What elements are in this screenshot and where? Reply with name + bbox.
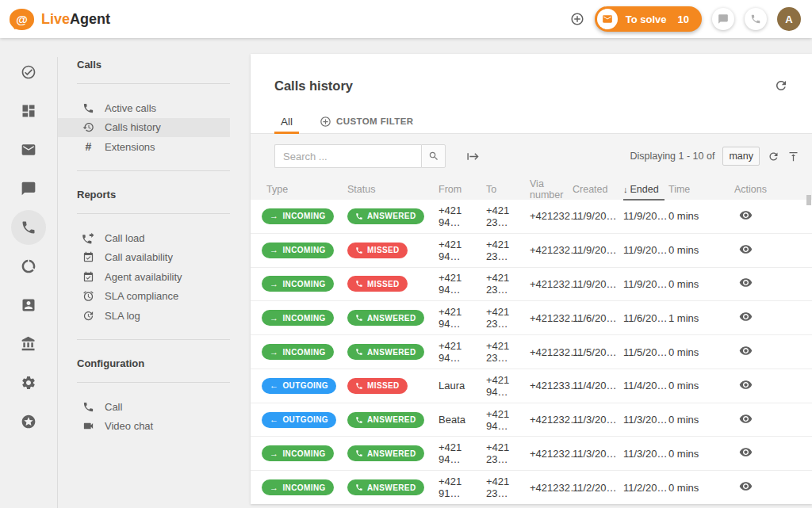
- tab-bar: All CUSTOM FILTER: [251, 109, 812, 134]
- to-solve-button[interactable]: To solve 10: [595, 6, 702, 32]
- rail-item-check-circle[interactable]: [11, 55, 46, 90]
- arrow-right-icon: →: [270, 449, 278, 458]
- view-call-button[interactable]: [739, 208, 753, 222]
- nav-item-video-chat[interactable]: Video chat: [77, 416, 230, 436]
- logo-bubble-icon: @: [10, 9, 34, 30]
- view-call-button[interactable]: [739, 412, 753, 426]
- status-badge-answered: ANSWERED: [347, 479, 424, 495]
- view-call-button[interactable]: [739, 276, 753, 289]
- refresh-icon: [768, 151, 779, 162]
- table-row[interactable]: ←OUTGOINGMISSEDLaura+421 94…+421233…11/4…: [251, 369, 812, 403]
- view-call-button[interactable]: [739, 479, 753, 493]
- rail-item-mail[interactable]: [11, 132, 46, 167]
- nav-item-sla-log[interactable]: SLA log: [77, 306, 230, 326]
- refresh-list-button[interactable]: [768, 151, 779, 162]
- eye-icon: [739, 243, 753, 256]
- phone-icon: [355, 314, 363, 322]
- nav-item-call-load[interactable]: Call load: [77, 228, 230, 248]
- start-pagination-button[interactable]: [466, 150, 480, 163]
- search-icon: [428, 151, 439, 162]
- column-header-actions[interactable]: Actions: [734, 184, 801, 195]
- view-call-button[interactable]: [739, 243, 753, 256]
- phone-button[interactable]: [745, 8, 767, 30]
- phone-icon: [355, 483, 363, 491]
- column-header-type[interactable]: Type: [262, 184, 347, 195]
- nav-item-sla-compliance[interactable]: SLA compliance: [77, 287, 230, 307]
- column-header-time[interactable]: Time: [668, 184, 734, 195]
- cell-ended: 11/4/20…: [623, 380, 668, 392]
- refresh-button[interactable]: [774, 78, 788, 93]
- arrow-right-icon: →: [270, 246, 278, 254]
- table-row[interactable]: →INCOMINGMISSED+421 94…+421 23…+421232…1…: [251, 268, 812, 302]
- nav-item-agent-availability[interactable]: Agent availability: [77, 267, 230, 287]
- table-row[interactable]: →INCOMINGANSWERED+421 91…+421 23…+421232…: [251, 471, 812, 504]
- type-badge-label: INCOMING: [282, 212, 325, 220]
- status-badge-label: ANSWERED: [367, 212, 416, 220]
- table-row[interactable]: ←OUTGOINGANSWEREDBeata+421 94…+421232…11…: [251, 403, 812, 437]
- rail-item-dashboard[interactable]: [11, 94, 46, 128]
- nav-item-call-availability[interactable]: Call availability: [77, 247, 230, 267]
- rail-item-data-usage[interactable]: [11, 249, 46, 284]
- search-input[interactable]: [274, 144, 421, 168]
- cell-created: 11/5/20…: [573, 346, 623, 358]
- table-row[interactable]: →INCOMINGANSWERED+421 94…+421 23…+421232…: [251, 200, 812, 234]
- cell-ended: 11/9/20…: [623, 244, 668, 256]
- rail-item-gear[interactable]: [11, 365, 46, 400]
- avatar[interactable]: A: [777, 7, 801, 31]
- nav-item-label: Call: [105, 401, 122, 413]
- nav-item-calls-history[interactable]: Calls history: [58, 118, 230, 138]
- cell-from: +421 94…: [439, 441, 486, 465]
- view-call-button[interactable]: [739, 344, 753, 357]
- rail-item-bank[interactable]: [11, 327, 46, 361]
- add-button[interactable]: [570, 12, 584, 26]
- rail-item-phone[interactable]: [11, 210, 46, 245]
- cell-from: +421 91…: [439, 476, 486, 499]
- cell-from: Beata: [439, 414, 486, 426]
- type-badge-outgoing: ←OUTGOING: [262, 378, 336, 394]
- view-call-button[interactable]: [739, 445, 753, 459]
- tab-all-label: All: [281, 116, 293, 128]
- cell-created: 11/9/20…: [573, 278, 623, 290]
- rail-item-star-circle[interactable]: [11, 404, 46, 439]
- phone-icon: [355, 280, 363, 288]
- tab-custom-filter[interactable]: CUSTOM FILTER: [320, 116, 413, 128]
- nav-item-extensions[interactable]: #Extensions: [77, 137, 230, 157]
- phone-icon: [355, 382, 363, 390]
- column-header-ended[interactable]: ↓ Ended: [623, 178, 668, 201]
- rail-item-contact-card[interactable]: [11, 288, 46, 323]
- view-call-button[interactable]: [739, 310, 753, 323]
- rail-item-chat[interactable]: [11, 171, 46, 206]
- status-badge-answered: ANSWERED: [347, 310, 424, 326]
- type-badge-incoming: →INCOMING: [262, 276, 334, 292]
- tab-all[interactable]: All: [274, 109, 299, 133]
- liveagent-logo[interactable]: @ LiveAgent: [10, 9, 110, 30]
- logo-live: Live: [41, 11, 70, 27]
- videocam-icon: [82, 420, 94, 432]
- cell-from: +421 94…: [439, 239, 486, 262]
- column-header-from[interactable]: From: [439, 184, 486, 195]
- arrow-right-icon: →: [270, 483, 278, 492]
- eye-icon: [739, 310, 753, 323]
- cell-time: 0 mins: [668, 346, 734, 358]
- table-row[interactable]: →INCOMINGANSWERED+421 94…+421 23…+421232…: [251, 437, 812, 471]
- chat-button[interactable]: [712, 8, 734, 30]
- cell-created: 11/3/20…: [573, 448, 623, 460]
- column-header-via[interactable]: Via number: [530, 178, 573, 201]
- page-size-button[interactable]: many: [722, 147, 760, 166]
- column-header-status[interactable]: Status: [347, 184, 439, 195]
- column-header-created[interactable]: Created: [573, 184, 623, 195]
- topbar: @ LiveAgent To solve 10 A: [0, 0, 812, 38]
- phone-forwarded-icon: [82, 232, 94, 244]
- search-button[interactable]: [421, 144, 446, 168]
- eye-icon: [739, 479, 753, 493]
- column-header-to[interactable]: To: [486, 184, 530, 195]
- nav-item-call[interactable]: Call: [77, 397, 230, 417]
- view-call-button[interactable]: [739, 378, 753, 392]
- nav-item-active-calls[interactable]: Active calls: [77, 98, 230, 118]
- mail-icon: [602, 13, 613, 25]
- scrollbar-thumb[interactable]: [806, 195, 811, 205]
- table-row[interactable]: →INCOMINGMISSED+421 94…+421 23…+421232…1…: [251, 234, 812, 268]
- scroll-top-button[interactable]: [787, 151, 799, 162]
- table-row[interactable]: →INCOMINGANSWERED+421 94…+421 23…+421232…: [251, 335, 812, 369]
- table-row[interactable]: →INCOMINGANSWERED+421 94…+421 23…+421232…: [251, 301, 812, 335]
